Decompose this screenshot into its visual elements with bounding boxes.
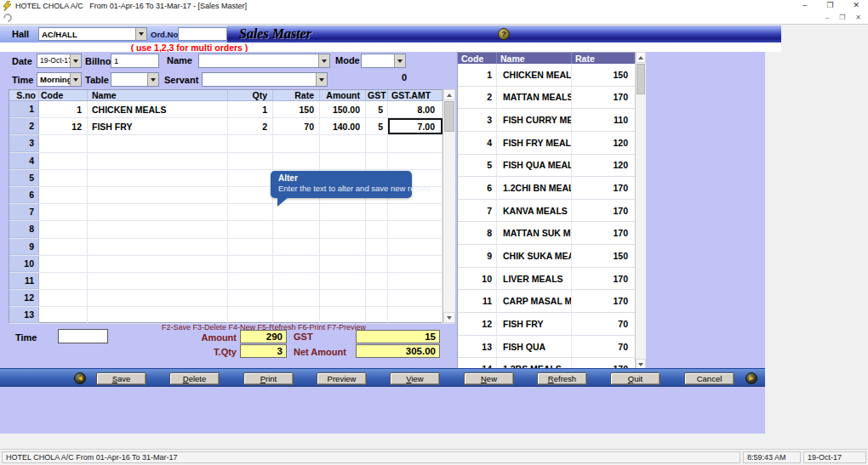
cell-sno: 13 — [9, 307, 39, 323]
app-icon — [3, 1, 12, 11]
table-row[interactable]: 1 1 CHICKEN MEALS 1 150 150.00 5 8.00 — [9, 101, 454, 118]
list-item[interactable]: 3 FISH CURRY MEAL 110 — [458, 109, 645, 132]
cancel-button[interactable]: Cancel — [684, 372, 734, 385]
scrollbar-thumb[interactable] — [444, 101, 454, 132]
cell-qty — [228, 170, 273, 186]
list-item[interactable]: 12 FISH FRY 70 — [458, 313, 645, 336]
scroll-up-icon[interactable] — [443, 89, 455, 100]
table-row[interactable]: 3 — [9, 135, 454, 152]
cell-code — [39, 153, 88, 169]
cell-amount — [320, 221, 366, 237]
view-button[interactable]: View — [390, 372, 440, 385]
table-row[interactable]: 11 — [9, 273, 454, 290]
list-item[interactable]: 9 CHIK SUKA MEALS 150 — [458, 245, 645, 268]
item-rate: 150 — [572, 245, 636, 267]
quit-button[interactable]: Quit — [610, 372, 660, 385]
table-row[interactable]: 13 — [9, 307, 454, 324]
col-rate: Rate — [273, 90, 320, 100]
mode-select[interactable] — [361, 54, 406, 68]
table-row[interactable]: 10 — [9, 256, 454, 273]
table-row[interactable]: 12 — [9, 290, 454, 307]
restore-icon[interactable]: ❐ — [826, 1, 833, 10]
nav-left-button[interactable]: ◀ — [74, 372, 86, 384]
scroll-up-icon[interactable] — [636, 52, 646, 63]
table-select[interactable] — [111, 72, 159, 87]
status-bar: HOTEL CHOLA A/C From 01-Apr-16 To 31-Mar… — [0, 449, 868, 465]
mdi-restore-icon[interactable]: ❐ — [839, 14, 845, 22]
item-name: MATTAN SUK MEALK — [497, 222, 572, 244]
list-item[interactable]: 6 1.2CHI BN MEALS 170 — [458, 177, 645, 200]
table-row[interactable]: 9 — [9, 239, 454, 256]
date-value: 19-Oct-17 — [37, 54, 70, 67]
date-select[interactable]: 19-Oct-17 — [37, 54, 82, 68]
cell-name — [88, 290, 228, 306]
dropdown-arrow-icon[interactable] — [70, 54, 81, 67]
cell-qty — [228, 204, 273, 220]
window-title: HOTEL CHOLA A/C From 01-Apr-16 To 31-Mar… — [15, 2, 247, 10]
col-gst: GST — [366, 90, 388, 100]
footer-time-input[interactable] — [58, 329, 108, 343]
ordno-input[interactable] — [178, 27, 227, 41]
delete-button[interactable]: Delete — [169, 372, 220, 385]
dropdown-arrow-icon[interactable] — [318, 54, 329, 67]
sales-grid: S.no Code Name Qty Rate Amount GST GST.A… — [9, 89, 455, 323]
gst-label: GST — [294, 332, 313, 342]
cell-qty — [228, 256, 273, 272]
dropdown-arrow-icon[interactable] — [147, 73, 158, 86]
table-row[interactable]: 4 — [9, 153, 454, 170]
list-item[interactable]: 7 KANVA MEALS 170 — [458, 200, 645, 223]
cell-code — [39, 290, 88, 306]
table-label: Table — [85, 75, 109, 85]
hall-select[interactable]: AC/HALL — [38, 27, 147, 41]
item-name: FISH FRY — [497, 313, 572, 335]
mdi-minimize-icon[interactable]: – — [825, 14, 829, 22]
sales-grid-scrollbar[interactable] — [443, 89, 455, 323]
cell-gst-amt — [388, 307, 443, 323]
nav-right-button[interactable]: ▶ — [745, 372, 757, 384]
dropdown-arrow-icon[interactable] — [135, 28, 146, 40]
table-row[interactable]: 8 — [9, 221, 454, 238]
col-code: Code — [458, 53, 497, 64]
dropdown-arrow-icon[interactable] — [394, 54, 405, 67]
servant-select[interactable] — [202, 72, 328, 87]
list-item[interactable]: 8 MATTAN SUK MEALK 170 — [458, 222, 645, 245]
dropdown-arrow-icon[interactable] — [316, 73, 327, 86]
arrow-right-icon: ▶ — [749, 375, 753, 382]
item-rate: 170 — [572, 200, 636, 222]
table-row[interactable]: 2 12 FISH FRY 2 70 140.00 5 7.00 — [9, 118, 454, 135]
name-select[interactable] — [198, 54, 330, 68]
preview-button[interactable]: Preview — [317, 372, 367, 385]
list-item[interactable]: 5 FISH QUA MEALS 120 — [458, 155, 645, 178]
minimize-icon[interactable]: – — [802, 1, 807, 10]
cell-code: 1 — [39, 101, 88, 117]
refresh-button[interactable]: Refresh — [537, 372, 587, 385]
list-item[interactable]: 1 CHICKEN MEALS 150 — [458, 64, 645, 87]
print-button[interactable]: Print — [243, 372, 294, 385]
new-button[interactable]: New — [464, 372, 514, 385]
mdi-close-icon[interactable]: ✕ — [855, 14, 861, 22]
tooltip-body: Enter the text to alter and save new rec… — [278, 184, 404, 193]
time-select[interactable]: Morning — [37, 72, 82, 87]
list-item[interactable]: 2 MATTAN MEALS 170 — [458, 87, 645, 110]
time-label: Time — [12, 75, 33, 85]
cell-code — [39, 170, 88, 186]
list-item[interactable]: 13 FISH QUA 70 — [458, 336, 645, 359]
list-item[interactable]: 10 LIVER MEALS 170 — [458, 268, 645, 291]
items-panel-scrollbar[interactable] — [635, 52, 646, 370]
cell-qty — [228, 239, 273, 255]
close-icon[interactable]: ✕ — [853, 1, 859, 10]
scroll-down-icon[interactable] — [443, 312, 455, 323]
table-row[interactable]: 7 — [9, 204, 454, 221]
tqty-total: 3 — [240, 344, 287, 358]
help-button[interactable]: ? — [498, 28, 510, 40]
dropdown-arrow-icon[interactable] — [70, 73, 81, 86]
billno-input[interactable] — [111, 54, 159, 68]
save-button[interactable]: Save — [96, 372, 146, 385]
cell-code — [39, 221, 88, 237]
list-item[interactable]: 11 CARP MASAL MEALS 170 — [458, 290, 645, 313]
net-amount-label: Net Amount — [294, 347, 346, 357]
scrollbar-thumb[interactable] — [637, 64, 645, 94]
cell-amount — [320, 239, 366, 255]
tqty-label: T.Qty — [177, 347, 237, 357]
list-item[interactable]: 4 FISH FRY MEALS 120 — [458, 132, 645, 155]
